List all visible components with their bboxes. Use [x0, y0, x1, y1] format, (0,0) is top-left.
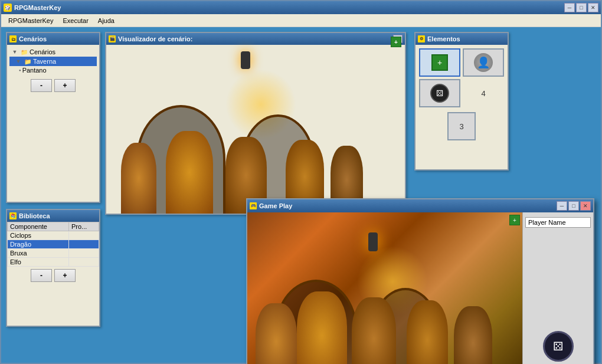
tavern-lantern: [241, 51, 250, 69]
gameplay-controls: ─ □ ✕: [557, 201, 591, 211]
cenarios-minus-button[interactable]: -: [31, 79, 52, 92]
gameplay-figure-1: [256, 303, 297, 364]
gameplay-figure-5: [454, 306, 492, 364]
gameplay-scene: +: [247, 212, 522, 364]
green-token-icon: +: [431, 54, 448, 71]
elemento-cell-4: 4: [463, 79, 504, 107]
gameplay-title-text: Game Play: [259, 202, 292, 209]
cenarios-buttons: - +: [7, 77, 99, 94]
gameplay-figure-2: [297, 291, 347, 364]
library-cell-bruxa-pro: [69, 249, 99, 258]
biblioteca-col-componente: Componente: [8, 222, 69, 231]
menu-executar[interactable]: Executar: [58, 16, 93, 25]
gameplay-sidebar: ⚄ 18: [522, 212, 593, 364]
close-button[interactable]: ✕: [588, 3, 598, 12]
elemento-cell-3[interactable]: 3: [447, 112, 476, 140]
gameplay-content: + ⚄ 18: [247, 212, 593, 364]
visualizador-title-bar: 🎬 Visualizador de cenário: □: [106, 33, 405, 45]
library-row-bruxa[interactable]: Bruxa: [8, 249, 99, 258]
main-title-bar: 🎲 RPGMasterKey ─ □ ✕: [1, 1, 601, 14]
tree-item-pantano[interactable]: ● Pantano: [9, 66, 97, 74]
tree-label-cenarios: Cenários: [30, 48, 55, 55]
biblioteca-title-bar: 📚 Biblioteca: [7, 210, 99, 222]
folder-icon-taverna: 📁: [24, 57, 32, 65]
library-cell-dragao-pro: [69, 240, 99, 249]
restore-button[interactable]: □: [576, 3, 587, 12]
minimize-button[interactable]: ─: [564, 3, 575, 12]
tree-item-cenarios[interactable]: ▼ 📁 Cenários: [9, 47, 97, 57]
biblioteca-col-pro: Pro...: [69, 222, 99, 231]
gameplay-figure-4: [407, 300, 448, 364]
biblioteca-plus-button[interactable]: +: [54, 269, 76, 282]
gameplay-minimize-button[interactable]: ─: [557, 201, 567, 211]
visualizador-panel: 🎬 Visualizador de cenário: □ +: [105, 32, 406, 215]
biblioteca-table: Componente Pro... Ciclops Dragão Bruxa: [7, 222, 99, 267]
gameplay-restore-button[interactable]: □: [568, 201, 579, 211]
cenarios-title-bar: 🗂 Cenários: [7, 33, 99, 45]
biblioteca-icon: 📚: [9, 212, 17, 219]
char-token-icon: 👤: [474, 53, 493, 72]
biblioteca-panel: 📚 Biblioteca Componente Pro... Ciclops: [6, 209, 100, 327]
expand-icon-taverna: ▼: [14, 57, 22, 65]
elemento-cell-green[interactable]: +: [419, 48, 460, 77]
folder-icon-cenarios: 📁: [20, 48, 28, 56]
library-cell-ciclops: Ciclops: [8, 231, 69, 240]
gameplay-green-token[interactable]: +: [509, 215, 520, 225]
visualizador-icon: 🎬: [109, 35, 116, 42]
cenarios-tree: ▼ 📁 Cenários ▼ 📁 Taverna ● Pantano: [7, 45, 99, 77]
visualizador-title-text: Visualizador de cenário:: [118, 35, 192, 42]
elementos-panel: ⚙ Elementos + 👤 ⚄ 4: [414, 32, 509, 170]
gameplay-lantern: [368, 232, 378, 251]
library-row-elfo[interactable]: Elfo: [8, 258, 99, 267]
app-icon: 🎲: [4, 4, 12, 12]
tree-item-taverna[interactable]: ▼ 📁 Taverna: [9, 57, 97, 66]
elemento-number-4: 4: [479, 87, 488, 100]
library-cell-elfo: Elfo: [8, 258, 69, 267]
elementos-title-text: Elementos: [427, 35, 460, 42]
library-cell-bruxa: Bruxa: [8, 249, 69, 258]
library-cell-ciclops-pro: [69, 231, 99, 240]
figure-2: [166, 131, 213, 214]
menu-rpgmasterkey[interactable]: RPGMasterKey: [4, 16, 58, 25]
elementos-grid: + 👤 ⚄ 4: [415, 45, 508, 111]
elemento-cell-dice[interactable]: ⚄: [419, 79, 460, 107]
dice-token-icon: ⚄: [430, 84, 449, 103]
gameplay-dice-large[interactable]: ⚄: [543, 331, 574, 362]
elemento-number-3: 3: [457, 120, 466, 133]
visualizador-token[interactable]: +: [391, 37, 401, 47]
figure-1: [121, 143, 156, 214]
elementos-title-bar: ⚙ Elementos: [415, 33, 508, 45]
cenarios-icon: 🗂: [9, 35, 17, 42]
expand-icon-cenarios: ▼: [11, 48, 19, 56]
elementos-icon: ⚙: [418, 35, 425, 42]
gameplay-title-bar: 🎮 Game Play ─ □ ✕: [247, 199, 593, 212]
biblioteca-minus-button[interactable]: -: [31, 269, 52, 282]
gameplay-window: 🎮 Game Play ─ □ ✕: [246, 198, 594, 364]
library-cell-dragao: Dragão: [8, 240, 69, 249]
menu-ajuda[interactable]: Ajuda: [93, 16, 119, 25]
menu-bar: RPGMasterKey Executar Ajuda: [1, 14, 601, 27]
content-area: 🗂 Cenários ▼ 📁 Cenários ▼ 📁 Taverna ● Pa…: [1, 27, 601, 363]
biblioteca-title-text: Biblioteca: [19, 212, 50, 219]
gameplay-close-button[interactable]: ✕: [580, 201, 591, 211]
dot-icon-pantano: ●: [19, 68, 21, 72]
main-window-title: RPGMasterKey: [14, 4, 61, 11]
library-cell-elfo-pro: [69, 258, 99, 267]
elementos-bottom-number-container: 3: [415, 112, 508, 140]
cenarios-title-text: Cenários: [19, 35, 47, 42]
gameplay-icon: 🎮: [250, 202, 257, 209]
gameplay-figure-3: [352, 297, 396, 364]
tree-label-taverna: Taverna: [33, 58, 56, 65]
main-window: 🎲 RPGMasterKey ─ □ ✕ RPGMasterKey Execut…: [0, 0, 602, 364]
library-row-dragao[interactable]: Dragão: [8, 240, 99, 249]
player-name-input[interactable]: [525, 217, 591, 228]
cenarios-panel: 🗂 Cenários ▼ 📁 Cenários ▼ 📁 Taverna ● Pa…: [6, 32, 100, 203]
cenarios-plus-button[interactable]: +: [54, 79, 76, 92]
tree-label-pantano: Pantano: [22, 67, 47, 74]
biblioteca-buttons: - +: [7, 267, 99, 284]
library-row-ciclops[interactable]: Ciclops: [8, 231, 99, 240]
elemento-cell-char[interactable]: 👤: [463, 48, 504, 77]
title-bar-controls: ─ □ ✕: [564, 3, 598, 12]
